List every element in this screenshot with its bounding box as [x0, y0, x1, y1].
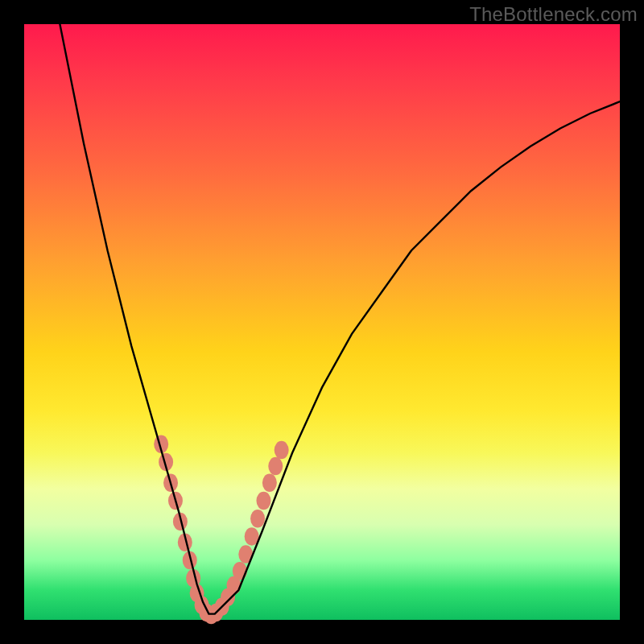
watermark-text: TheBottleneck.com	[469, 3, 638, 26]
highlight-dot	[262, 474, 277, 493]
highlight-dot	[275, 441, 289, 460]
outer-frame: TheBottleneck.com	[0, 0, 644, 644]
markers-group	[154, 435, 288, 624]
bottleneck-curve	[60, 24, 620, 614]
highlight-dot	[233, 562, 247, 580]
plot-area	[24, 24, 620, 620]
chart-svg	[24, 24, 620, 620]
highlight-dot	[256, 492, 270, 510]
highlight-dot	[268, 457, 283, 476]
highlight-dot	[250, 510, 265, 528]
